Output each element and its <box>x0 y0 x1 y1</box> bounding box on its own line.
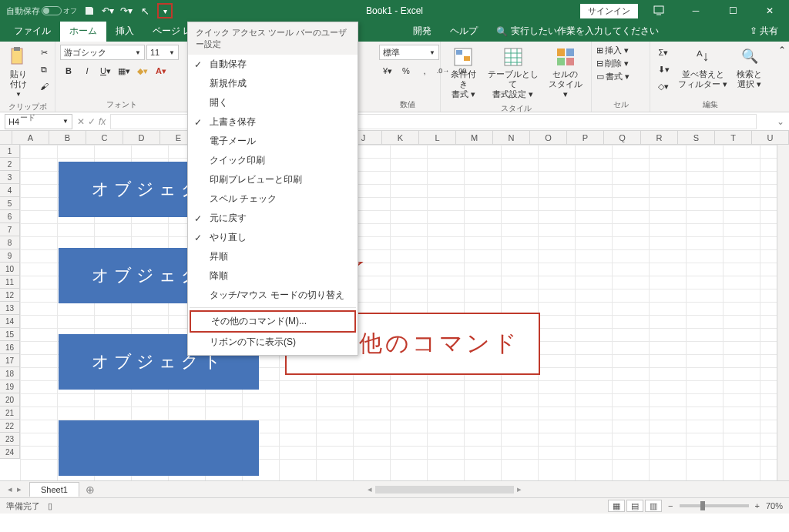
menu-item[interactable]: 電子メール <box>188 132 358 151</box>
enter-formula-icon[interactable]: ✓ <box>88 116 96 127</box>
fill-button[interactable]: ⬇▾ <box>655 62 672 77</box>
shape-object-4[interactable] <box>59 420 259 476</box>
menu-item[interactable]: 元に戻す <box>188 209 358 228</box>
menu-item[interactable]: スペル チェック <box>188 189 358 209</box>
row-header[interactable]: 18 <box>0 367 19 380</box>
share-button[interactable]: ⇪ 共有 <box>739 21 789 42</box>
row-header[interactable]: 22 <box>0 420 19 433</box>
row-header[interactable]: 2 <box>0 158 19 171</box>
cut-icon[interactable]: ✂ <box>35 45 52 60</box>
menu-item[interactable]: クイック印刷 <box>188 151 358 170</box>
autosum-button[interactable]: Σ▾ <box>655 45 672 60</box>
font-size-select[interactable]: 11▼ <box>146 45 179 60</box>
format-as-table-button[interactable]: テーブルとして 書式設定 ▾ <box>484 45 542 102</box>
cancel-formula-icon[interactable]: ✕ <box>77 116 85 127</box>
tab-developer[interactable]: 開発 <box>404 21 441 42</box>
underline-button[interactable]: U▾ <box>97 63 114 79</box>
format-cells-button[interactable]: ▭書式 ▾ <box>596 71 630 82</box>
page-break-view-button[interactable]: ▥ <box>645 500 662 512</box>
vertical-scrollbar[interactable] <box>777 145 789 480</box>
row-header[interactable]: 19 <box>0 380 19 393</box>
menu-item[interactable]: 新規作成 <box>188 74 358 93</box>
menu-item[interactable]: 降順 <box>188 266 358 286</box>
format-painter-icon[interactable]: 🖌 <box>35 79 52 94</box>
row-header[interactable]: 21 <box>0 407 19 420</box>
tab-help[interactable]: ヘルプ <box>441 21 487 42</box>
menu-item[interactable]: 開く <box>188 93 358 112</box>
percent-button[interactable]: % <box>398 63 415 79</box>
row-header[interactable]: 24 <box>0 446 19 459</box>
normal-view-button[interactable]: ▦ <box>608 500 625 512</box>
row-header[interactable]: 10 <box>0 263 19 276</box>
row-header[interactable]: 1 <box>0 145 19 158</box>
row-header[interactable]: 7 <box>0 223 19 236</box>
expand-formula-bar-icon[interactable]: ⌄ <box>772 116 789 127</box>
comma-button[interactable]: , <box>416 63 433 79</box>
column-header[interactable]: R <box>641 131 678 144</box>
column-header[interactable]: D <box>123 131 160 144</box>
collapse-ribbon-button[interactable]: ⌃ <box>778 45 786 55</box>
bold-button[interactable]: B <box>60 63 77 79</box>
sort-filter-button[interactable]: ᴬ↓ 並べ替えと フィルター ▾ <box>675 45 730 91</box>
column-header[interactable]: C <box>86 131 123 144</box>
tab-home[interactable]: ホーム <box>60 21 106 42</box>
number-format-select[interactable]: 標準▼ <box>379 45 439 60</box>
minimize-button[interactable]: ─ <box>680 0 712 22</box>
tell-me-search[interactable]: 🔍 実行したい作業を入力してください <box>487 21 668 42</box>
page-layout-view-button[interactable]: ▤ <box>626 500 643 512</box>
column-header[interactable]: U <box>752 131 789 144</box>
qat-customize-button[interactable]: ▾ <box>157 3 173 18</box>
font-name-select[interactable]: 游ゴシック▼ <box>60 45 145 60</box>
column-header[interactable]: L <box>419 131 456 144</box>
save-icon[interactable] <box>83 5 96 17</box>
signin-button[interactable]: サインイン <box>580 4 638 18</box>
row-header[interactable]: 15 <box>0 328 19 341</box>
row-header[interactable]: 3 <box>0 171 19 184</box>
menu-show-below-ribbon[interactable]: リボンの下に表示(S) <box>188 333 358 352</box>
column-header[interactable]: T <box>715 131 752 144</box>
next-sheet-icon[interactable]: ▸ <box>17 484 22 494</box>
undo-icon[interactable]: ↶▾ <box>102 5 114 17</box>
menu-item[interactable]: タッチ/マウス モードの切り替え <box>188 286 358 305</box>
delete-cells-button[interactable]: ⊟削除 ▾ <box>596 58 629 69</box>
border-button[interactable]: ▦▾ <box>116 63 133 79</box>
ribbon-options-icon[interactable] <box>643 0 675 22</box>
zoom-slider[interactable] <box>680 504 749 507</box>
prev-sheet-icon[interactable]: ◂ <box>8 484 12 494</box>
menu-item[interactable]: 印刷プレビューと印刷 <box>188 170 358 189</box>
italic-button[interactable]: I <box>79 63 96 79</box>
zoom-level[interactable]: 70% <box>766 501 783 510</box>
tab-insert[interactable]: 挿入 <box>106 21 143 42</box>
close-button[interactable]: ✕ <box>754 0 786 22</box>
row-header[interactable]: 9 <box>0 249 19 263</box>
row-header[interactable]: 5 <box>0 197 19 210</box>
font-color-button[interactable]: A▾ <box>153 63 170 79</box>
menu-more-commands[interactable]: その他のコマンド(M)... <box>190 310 356 333</box>
currency-button[interactable]: ¥▾ <box>379 63 396 79</box>
cell-styles-button[interactable]: セルの スタイル ▾ <box>545 45 586 102</box>
macro-record-icon[interactable]: ▯ <box>48 501 52 511</box>
column-header[interactable]: A <box>12 131 49 144</box>
column-header[interactable]: P <box>567 131 604 144</box>
menu-item[interactable]: 自動保存 <box>188 55 358 74</box>
fill-color-button[interactable]: ◆▾ <box>134 63 151 79</box>
row-header[interactable]: 20 <box>0 393 19 407</box>
column-header[interactable]: B <box>49 131 86 144</box>
sheet-nav[interactable]: ◂▸ <box>0 484 29 494</box>
row-header[interactable]: 14 <box>0 315 19 328</box>
zoom-in-button[interactable]: + <box>755 501 760 510</box>
menu-item[interactable]: やり直し <box>188 228 358 247</box>
select-all-corner[interactable] <box>0 131 12 144</box>
horizontal-scrollbar[interactable]: ◂▸ <box>101 484 789 494</box>
menu-item[interactable]: 昇順 <box>188 247 358 266</box>
sheet-tab-1[interactable]: Sheet1 <box>29 482 79 497</box>
row-header[interactable]: 17 <box>0 354 19 367</box>
row-header[interactable]: 13 <box>0 302 19 315</box>
conditional-format-button[interactable]: 条件付き 書式 ▾ <box>445 45 481 102</box>
redo-icon[interactable]: ↷▾ <box>120 5 133 17</box>
column-header[interactable]: S <box>678 131 715 144</box>
row-header[interactable]: 11 <box>0 276 19 289</box>
autosave-toggle[interactable]: 自動保存 オフ <box>6 5 77 17</box>
row-header[interactable]: 8 <box>0 236 19 249</box>
row-header[interactable]: 16 <box>0 341 19 354</box>
